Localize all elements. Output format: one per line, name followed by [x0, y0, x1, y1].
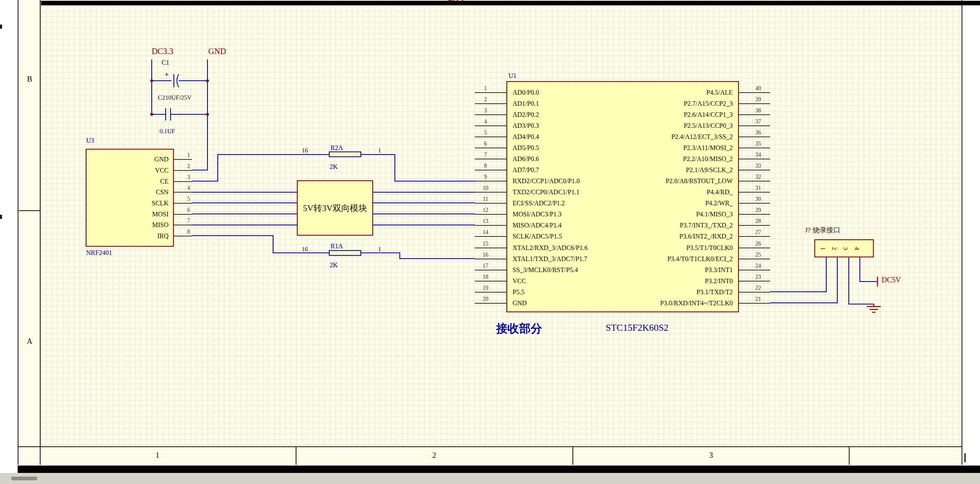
u3-pin-row[interactable]: 8 IRQ [94, 230, 192, 241]
pin-line [739, 170, 770, 170]
pin-line [174, 214, 192, 215]
c2-designator[interactable]: C2 [158, 94, 165, 101]
pin-line [174, 225, 192, 225]
border-left-inner [40, 0, 41, 465]
c2-value[interactable]: 0.1UF [160, 128, 175, 135]
u3-pin-row[interactable]: 7 MISO [94, 219, 192, 230]
horizontal-scrollbar-thumb[interactable] [11, 477, 37, 480]
pin-line [475, 181, 506, 182]
pin-line [739, 303, 770, 304]
r2a-left-net-label[interactable]: 16 [302, 147, 308, 154]
pin-number: 20 [476, 296, 495, 302]
r1a-designator[interactable]: R1A [330, 243, 343, 250]
pin-number: 10 [476, 185, 495, 191]
pin-number: 40 [749, 85, 767, 92]
pin-line [174, 192, 192, 193]
pin-number: 17 [476, 263, 495, 269]
edge-notch-bottom [0, 215, 2, 219]
ground-symbol-icon [867, 304, 881, 312]
pin-line [739, 92, 770, 93]
pin-name: IRQ [157, 230, 169, 241]
pin-line [475, 125, 506, 126]
pin-number: 5 [476, 130, 495, 136]
r1a-right-net-label[interactable]: 1 [378, 246, 381, 253]
pin-number: 12 [476, 207, 495, 214]
u3-pin-row[interactable]: 3 CE [94, 176, 192, 187]
pin-line [475, 303, 506, 304]
pin-name: AD6/P0.6 [513, 153, 539, 164]
pin-number: 8 [183, 229, 194, 235]
u3-part-number[interactable]: NRF2401 [86, 249, 112, 257]
r2a-resistor-body [329, 152, 361, 157]
pin-line [739, 259, 770, 259]
pin-number: 27 [749, 229, 767, 236]
junction-dot [206, 113, 209, 116]
junction-dot [206, 80, 209, 82]
pin-number: 6 [476, 141, 495, 147]
pin-line [475, 159, 506, 159]
ruler-divider-bottom-1 [296, 447, 296, 465]
window-top-edge [41, 1, 980, 5]
pin-name: AD5/P0.5 [513, 142, 539, 153]
r2a-designator[interactable]: R2A [330, 144, 343, 152]
u3-pin-row[interactable]: 1 GND [94, 154, 192, 165]
pin-number: 35 [749, 141, 767, 147]
c1-value[interactable]: 10UF/25V [165, 94, 191, 101]
j-pin-number: 1 [819, 247, 826, 250]
pin-number: 8 [476, 163, 495, 169]
pin-line [475, 281, 506, 282]
r1a-left-net-label[interactable]: 16 [302, 246, 308, 253]
pin-number: 6 [183, 207, 194, 214]
pin-name: P2.0/A8/RSTOUT_LOW [665, 175, 733, 186]
pin-line [475, 192, 506, 193]
pin-number: 3 [183, 174, 194, 181]
pin-name: P3.1/TXD/T2 [697, 286, 733, 298]
pin-number: 39 [749, 96, 767, 103]
u3-pin-row[interactable]: 6 MOSI [94, 209, 192, 220]
c1-plate-curved [177, 74, 179, 87]
r2a-right-net-label[interactable]: 1 [378, 147, 381, 154]
power-label-dc5v[interactable]: DC5V [882, 276, 901, 284]
j-connector-label[interactable]: J? 烧录接口 [805, 225, 840, 235]
pin-name: AD0/P0.0 [513, 87, 539, 98]
pin-line [475, 203, 506, 204]
pin-number: 1 [476, 85, 495, 92]
ruler-zone-letter: B [19, 75, 40, 84]
section-caption[interactable]: 接收部分 [496, 321, 542, 336]
pin-number: 28 [749, 218, 767, 225]
pin-line [475, 259, 506, 259]
pin-line [174, 236, 192, 236]
u3-pin-row[interactable]: 4 CSN [94, 186, 192, 198]
u3-pin-row[interactable]: 5 SCLK [94, 198, 192, 209]
u1-pin-row-right[interactable]: 21 P3.0/RXD/INT4~/T2CLK0 [631, 298, 770, 309]
wire-j-connector [770, 257, 877, 304]
pin-line [739, 270, 770, 270]
pin-line [475, 103, 506, 104]
pin-number: 26 [749, 241, 767, 247]
pin-line [739, 148, 770, 148]
ruler-divider-bottom-2 [572, 447, 573, 465]
pin-line [475, 170, 506, 170]
pin-line [475, 148, 506, 148]
pin-name: SCLK/ADC5/P1.5 [513, 231, 562, 242]
power-label-dc33[interactable]: DC3.3 [152, 47, 173, 56]
pin-line [739, 192, 770, 193]
u3-pin-row[interactable]: 2 VCC [94, 165, 192, 176]
u3-designator[interactable]: U3 [86, 137, 94, 144]
mcu-caption[interactable]: STC15F2K60S2 [606, 323, 668, 333]
pin-number: 19 [476, 285, 495, 291]
u1-designator[interactable]: U1 [508, 72, 517, 80]
r1a-value[interactable]: 2K [330, 261, 338, 269]
j-pin-number: 4 [853, 247, 860, 250]
pin-line [475, 248, 506, 248]
ruler-zone-number: 2 [426, 451, 442, 460]
r2a-value[interactable]: 2K [330, 163, 338, 170]
horizontal-scrollbar-track[interactable] [0, 473, 980, 484]
ruler-zone-number: 3 [703, 451, 719, 460]
c1-designator[interactable]: C1 [162, 59, 169, 66]
pin-line [475, 225, 506, 226]
ruler-divider-left [19, 210, 40, 211]
power-symbols[interactable] [867, 277, 881, 312]
power-label-gnd[interactable]: GND [208, 47, 226, 56]
pin-number: 14 [476, 229, 495, 236]
